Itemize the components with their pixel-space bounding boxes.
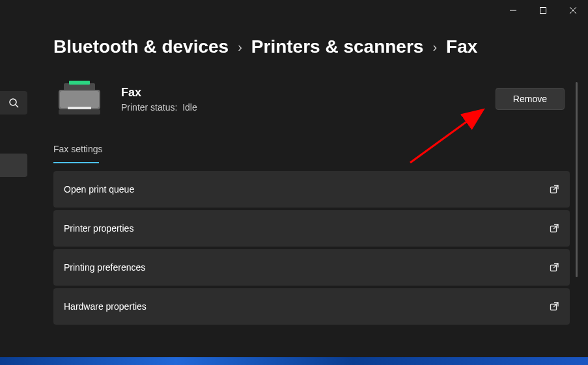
- taskbar: [0, 357, 588, 365]
- scrollbar[interactable]: [576, 82, 578, 277]
- sidebar: [0, 26, 29, 216]
- device-name: Fax: [121, 86, 480, 100]
- search-button[interactable]: [0, 91, 27, 115]
- remove-button[interactable]: Remove: [496, 88, 565, 110]
- chevron-right-icon: ›: [238, 40, 242, 55]
- breadcrumb-item-printers[interactable]: Printers & scanners: [251, 36, 424, 57]
- device-info: Fax Printer status: Idle: [121, 86, 480, 113]
- printer-icon: [53, 81, 105, 117]
- svg-rect-9: [60, 91, 99, 108]
- chevron-right-icon: ›: [432, 40, 437, 55]
- settings-list: Open print queue Printer properties Prin…: [53, 171, 570, 325]
- setting-label: Printer properties: [64, 223, 133, 234]
- open-print-queue-item[interactable]: Open print queue: [53, 171, 570, 208]
- close-button[interactable]: [558, 0, 588, 21]
- printing-preferences-item[interactable]: Printing preferences: [53, 249, 570, 286]
- svg-line-17: [553, 264, 558, 268]
- svg-rect-7: [69, 81, 90, 85]
- minimize-icon: [510, 7, 516, 14]
- hardware-properties-item[interactable]: Hardware properties: [53, 288, 570, 325]
- breadcrumb: Bluetooth & devices › Printers & scanner…: [53, 36, 575, 57]
- breadcrumb-item-bluetooth[interactable]: Bluetooth & devices: [53, 36, 229, 57]
- svg-rect-1: [540, 8, 546, 14]
- external-link-icon: [549, 184, 559, 195]
- svg-rect-11: [59, 109, 100, 115]
- svg-line-5: [16, 105, 18, 107]
- close-icon: [570, 7, 576, 14]
- setting-label: Printing preferences: [64, 262, 145, 273]
- setting-label: Open print queue: [64, 184, 134, 195]
- titlebar: [0, 0, 588, 21]
- svg-point-4: [10, 99, 16, 105]
- tab-underline: [53, 162, 99, 163]
- sidebar-nav-item[interactable]: [0, 154, 27, 177]
- maximize-button[interactable]: [528, 0, 558, 21]
- printer-properties-item[interactable]: Printer properties: [53, 210, 570, 247]
- content-area: Bluetooth & devices › Printers & scanner…: [53, 21, 575, 357]
- minimize-button[interactable]: [498, 0, 528, 21]
- section-title: Fax settings: [53, 144, 102, 157]
- device-header: Fax Printer status: Idle Remove: [53, 81, 575, 117]
- external-link-icon: [549, 262, 559, 273]
- svg-line-13: [553, 185, 558, 190]
- setting-label: Hardware properties: [64, 301, 147, 312]
- maximize-icon: [540, 7, 546, 14]
- svg-line-19: [553, 303, 558, 307]
- search-icon: [8, 98, 19, 108]
- external-link-icon: [549, 301, 559, 312]
- svg-line-15: [553, 224, 558, 229]
- external-link-icon: [549, 223, 559, 234]
- device-status: Printer status: Idle: [121, 102, 480, 113]
- breadcrumb-item-current: Fax: [446, 36, 477, 57]
